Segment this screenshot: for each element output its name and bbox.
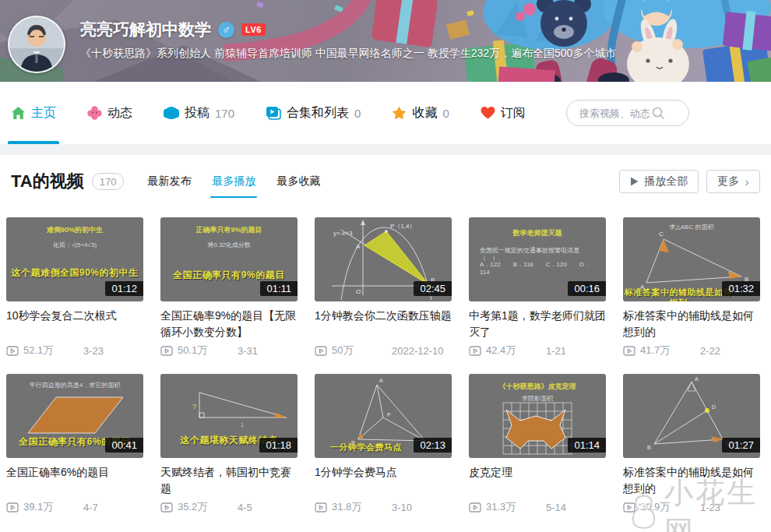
thumb-caption: 将0.3̇2̇化成分数: [160, 241, 297, 249]
play-all-button[interactable]: 播放全部: [619, 170, 699, 193]
video-card[interactable]: 数学老师团灭题 全国统一规定的交通事故报警电话是（ ）. A．122 B．118…: [469, 217, 606, 358]
avatar[interactable]: [8, 16, 65, 73]
video-thumbnail[interactable]: 正确率只有9%的题目 将0.3̇2̇化成分数 全国正确率只有9%的题目 01:1…: [160, 217, 297, 301]
video-thumbnail[interactable]: 难倒90%的初中生 化简：√(5+4√3) 这个题难倒全国90%的初中生 01:…: [6, 217, 143, 301]
video-title[interactable]: 10秒学会复合二次根式: [6, 308, 143, 342]
video-card[interactable]: ? 1 这个题堪称天赋终结者 01:18 天赋终结者，韩国初中竞赛题 35.2万…: [160, 374, 297, 514]
video-title[interactable]: 全国正确率9%的题目【无限循环小数变分数】: [160, 308, 297, 342]
video-card[interactable]: A B C D 01:27 标准答案中的辅助线是如何想到的 30.9万 1-23: [623, 374, 760, 514]
video-thumbnail[interactable]: 《十秒获思路》皮克定理 求阴影面积 01:14: [469, 374, 606, 458]
nav-tab-uploads[interactable]: 投稿 170: [164, 82, 234, 144]
video-thumbnail[interactable]: 数学老师团灭题 全国统一规定的交通事故报警电话是（ ）. A．122 B．118…: [469, 217, 606, 301]
video-card[interactable]: 难倒90%的初中生 化简：√(5+4√3) 这个题难倒全国90%的初中生 01:…: [6, 217, 143, 358]
thumb-caption: 难倒90%的初中生: [6, 226, 143, 234]
video-title[interactable]: 皮克定理: [469, 464, 606, 499]
video-date: 4-5: [238, 502, 252, 513]
video-thumbnail[interactable]: y=-x+3 P（1,4） A O B 02:45: [315, 217, 452, 301]
duration-badge: 01:11: [260, 281, 297, 296]
play-icon: [630, 177, 639, 186]
svg-text:D: D: [712, 404, 716, 410]
thumb-caption: 数学老师团灭题: [469, 229, 606, 238]
video-card[interactable]: y=-x+3 P（1,4） A O B 02:45 1分钟教会你二次函数压轴题 …: [315, 217, 452, 358]
video-stats: 31.3万 5-14: [469, 500, 606, 514]
video-card[interactable]: A B C P 一分钟学会费马点 02:13 1分钟学会费马点 31.8万 3-…: [315, 374, 452, 514]
svg-text:A: A: [379, 378, 383, 383]
video-title[interactable]: 标准答案中的辅助线是如何想到的: [623, 308, 760, 342]
play-count: 30.9万: [640, 500, 670, 514]
nav-tab-dynamics[interactable]: 动态: [87, 82, 132, 144]
search-icon[interactable]: [651, 106, 665, 120]
video-stats: 31.8万 3-10: [315, 500, 452, 514]
video-thumbnail[interactable]: 平行四边形的高是4，求它的面积 全国正确率只有6%的题目 00:41: [6, 374, 143, 458]
video-thumbnail[interactable]: ? 1 这个题堪称天赋终结者 01:18: [160, 374, 297, 458]
video-date: 3-31: [238, 345, 258, 357]
video-stats: 50.1万 3-31: [160, 344, 297, 358]
sort-tab-most-favorited[interactable]: 最多收藏: [276, 170, 320, 193]
duration-badge: 02:45: [414, 281, 452, 296]
play-count-icon: [6, 502, 19, 513]
nav-tab-collections[interactable]: 合集和列表 0: [266, 82, 361, 144]
nav-tab-label: 投稿: [185, 105, 209, 122]
video-title[interactable]: 1分钟学会费马点: [315, 464, 452, 499]
play-count-icon: [623, 345, 635, 357]
gender-male-icon: ♂: [218, 22, 234, 38]
video-card[interactable]: 《十秒获思路》皮克定理 求阴影面积 01:14 皮克定理 31.3万 5-14: [469, 374, 606, 514]
search-box[interactable]: [566, 100, 689, 126]
play-count-icon: [315, 345, 327, 357]
svg-text:?: ?: [192, 403, 196, 410]
level-badge: LV6: [241, 23, 266, 36]
video-date: 5-14: [546, 502, 566, 513]
video-title[interactable]: 1分钟教会你二次函数压轴题: [315, 308, 452, 342]
duration-badge: 01:12: [105, 281, 143, 296]
video-stats: 35.2万 4-5: [160, 500, 297, 514]
svg-text:P（1,4）: P（1,4）: [390, 223, 415, 230]
sort-tab-latest[interactable]: 最新发布: [147, 170, 191, 193]
video-title[interactable]: 天赋终结者，韩国初中竞赛题: [160, 464, 297, 499]
profile-navbar: 主页 动态 投稿 170 合集和列表 0 收藏 0 订阅: [0, 82, 771, 144]
thumb-caption: 全国正确率只有9%的题目: [160, 270, 297, 281]
video-thumbnail[interactable]: A B C P 一分钟学会费马点 02:13: [315, 374, 452, 458]
nav-tab-label: 收藏: [412, 105, 437, 122]
nav-tab-home[interactable]: 主页: [11, 82, 56, 144]
thumb-caption: 化简：√(5+4√3): [6, 241, 143, 249]
video-title[interactable]: 标准答案中的辅助线是如何想到的: [623, 464, 760, 499]
svg-text:O: O: [356, 288, 361, 295]
video-thumbnail[interactable]: A B C D 01:27: [623, 374, 760, 458]
play-count: 41.7万: [640, 344, 670, 358]
play-count: 50万: [332, 344, 353, 358]
video-date: 2022-12-10: [392, 345, 444, 357]
thumb-caption: 全国统一规定的交通事故报警电话是（ ）.: [469, 247, 606, 262]
video-card[interactable]: 求△ABC 的面积 C A B 标准答案中的辅助线是如何想到 01:32 标准答…: [623, 217, 760, 358]
duration-badge: 01:27: [722, 438, 760, 453]
nav-tab-subscriptions[interactable]: 订阅: [481, 82, 526, 144]
more-button[interactable]: 更多 ›: [706, 170, 760, 193]
video-card[interactable]: 正确率只有9%的题目 将0.3̇2̇化成分数 全国正确率只有9%的题目 01:1…: [160, 217, 297, 358]
user-description: 《十秒获思路》系列创始人 前猿辅导首席培训师 中国最早网络名师之一 教授学生23…: [80, 47, 616, 61]
search-input[interactable]: [578, 107, 651, 120]
play-count-icon: [160, 502, 173, 513]
nav-tab-label: 动态: [107, 105, 132, 122]
nav-tab-favorites[interactable]: 收藏 0: [392, 82, 449, 144]
thumb-caption: 正确率只有9%的题目: [160, 226, 297, 234]
chevron-right-icon: ›: [745, 175, 749, 188]
video-title[interactable]: 全国正确率6%的题目: [6, 464, 143, 499]
play-count: 31.3万: [486, 500, 516, 514]
video-title[interactable]: 中考第1题，数学老师们就团灭了: [469, 308, 606, 342]
nav-tab-count: 0: [354, 107, 361, 120]
video-stats: 42.4万 1-21: [469, 344, 606, 358]
video-card[interactable]: 平行四边形的高是4，求它的面积 全国正确率只有6%的题目 00:41 全国正确率…: [6, 374, 143, 514]
sort-tab-most-played[interactable]: 最多播放: [212, 170, 255, 193]
video-thumbnail[interactable]: 求△ABC 的面积 C A B 标准答案中的辅助线是如何想到 01:32: [623, 217, 760, 301]
play-count-icon: [469, 345, 481, 357]
play-count: 52.1万: [23, 344, 53, 358]
svg-text:y=-x+3: y=-x+3: [333, 230, 353, 237]
svg-text:A: A: [695, 376, 699, 382]
star-icon: [392, 106, 407, 120]
video-date: 4-7: [83, 502, 98, 513]
play-count-icon: [160, 345, 173, 357]
play-count-icon: [469, 502, 481, 513]
play-count-icon: [6, 345, 19, 357]
dynamics-icon: [87, 106, 102, 120]
play-count: 39.1万: [23, 500, 53, 514]
video-stats: 39.1万 4-7: [6, 500, 143, 514]
